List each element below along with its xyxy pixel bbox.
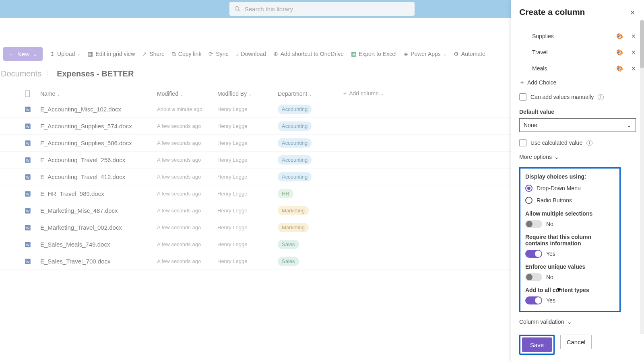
choice-label[interactable]: Supplies [519,33,616,39]
new-button[interactable]: ＋ New ⌄ [3,47,43,61]
modified-by-text[interactable]: Henry Legge [217,174,278,180]
edit-grid-button[interactable]: ▦Edit in grid view [88,51,135,57]
choice-row: Travel 🎨 ✕ [519,44,636,60]
choice-row: Supplies 🎨 ✕ [519,28,636,44]
palette-icon[interactable]: 🎨 [616,49,623,56]
excel-label: Export to Excel [359,51,396,57]
upload-label: Upload [57,51,75,57]
default-value-dropdown[interactable]: None ⌄ [519,118,636,132]
sync-button[interactable]: ⟳Sync [208,51,228,57]
word-doc-icon: W [24,241,31,248]
choice-label[interactable]: Travel [519,49,616,56]
file-name[interactable]: E_Accounting_Supplies_586.docx [40,140,157,146]
file-type-header-icon [24,90,31,97]
upload-button[interactable]: ↥Upload⌄ [50,51,80,57]
modified-by-text[interactable]: Henry Legge [217,208,278,214]
breadcrumb-current: Expenses - BETTER [57,69,134,78]
palette-icon[interactable]: 🎨 [616,33,623,39]
remove-choice-icon[interactable]: ✕ [631,65,636,72]
modified-text: A few seconds ago [157,258,217,264]
modified-text: A few seconds ago [157,157,217,163]
file-name[interactable]: E_Marketing_Misc_487.docx [40,207,157,214]
manual-values-checkbox-row[interactable]: Can add values manually i [519,93,636,101]
calculated-value-checkbox-row[interactable]: Use calculated value i [519,139,636,146]
info-icon[interactable]: i [586,140,592,146]
file-name[interactable]: E_Accounting_Misc_102.docx [40,106,157,113]
svg-text:W: W [26,175,30,179]
dropdown-radio-option[interactable]: Drop-Down Menu [525,185,615,192]
modified-by-text[interactable]: Henry Legge [217,258,278,264]
palette-icon[interactable]: 🎨 [616,65,623,72]
modified-text: A few seconds ago [157,208,217,214]
modified-by-text[interactable]: Henry Legge [217,123,278,129]
svg-text:W: W [26,243,30,247]
modified-by-text[interactable]: Henry Legge [217,191,278,197]
file-name[interactable]: E_Sales_Travel_700.docx [40,258,157,265]
file-name[interactable]: E_Sales_Meals_749.docx [40,241,157,248]
radio-buttons-option[interactable]: Radio Buttons [525,197,615,204]
file-name[interactable]: E_HR_Travel_989.docx [40,190,157,197]
share-icon: ↗ [142,51,147,57]
require-toggle[interactable] [525,250,542,258]
scrollbar-track[interactable] [640,20,644,334]
column-name-header[interactable]: Name⌄ [40,90,157,97]
modified-by-text[interactable]: Henry Legge [217,106,278,112]
column-modified-by-header[interactable]: Modified By⌄ [217,90,278,97]
column-validation-toggle[interactable]: Column validation ⌄ [519,319,636,325]
allow-multi-toggle[interactable] [525,220,542,228]
radio-unselected-icon[interactable] [525,197,533,204]
breadcrumb-root[interactable]: Documents [1,69,41,78]
chevron-down-icon: ⌄ [248,92,252,97]
svg-text:W: W [26,107,30,111]
file-name[interactable]: E_Accounting_Supplies_574.docx [40,123,157,130]
add-types-toggle[interactable] [525,296,542,304]
column-modified-header[interactable]: Modified⌄ [157,90,217,97]
power-apps-button[interactable]: ◈Power Apps⌄ [404,51,446,57]
cancel-button[interactable]: Cancel [560,335,592,349]
modified-by-text[interactable]: Henry Legge [217,157,278,163]
modified-by-text[interactable]: Henry Legge [217,224,278,230]
svg-text:W: W [26,124,30,128]
close-icon[interactable]: ✕ [630,9,635,16]
info-icon[interactable]: i [598,94,604,100]
sync-icon: ⟳ [208,51,213,57]
onedrive-shortcut-button[interactable]: ⊕Add shortcut to OneDrive [273,51,344,57]
save-button[interactable]: Save [522,337,552,352]
automate-button[interactable]: ⚙Automate [454,51,485,57]
file-name[interactable]: E_Accounting_Travel_412.docx [40,173,157,180]
unique-toggle[interactable] [525,273,542,281]
modified-text: A few seconds ago [157,224,217,230]
checkbox-icon[interactable] [519,139,526,146]
automate-label: Automate [461,51,485,57]
file-name[interactable]: E_Marketing_Travel_002.docx [40,224,157,231]
power-apps-label: Power Apps [411,51,441,57]
copy-link-button[interactable]: ⧉Copy link [172,51,202,58]
add-choice-label: Add Choice [527,79,556,86]
shortcut-icon: ⊕ [273,51,278,57]
more-options-toggle[interactable]: More options ⌄ [519,154,636,160]
export-excel-button[interactable]: ▦Export to Excel [351,51,396,57]
add-column-button[interactable]: ＋ Add column⌄ [342,90,398,97]
edit-grid-label: Edit in grid view [95,51,135,57]
radio-buttons-label: Radio Buttons [537,197,572,204]
scrollbar-thumb[interactable] [640,20,644,68]
allow-multi-label: Allow multiple selections [525,210,615,217]
add-choice-button[interactable]: ＋ Add Choice [519,79,636,86]
share-button[interactable]: ↗Share [142,51,164,57]
add-types-label: Add to all content types [525,287,615,293]
modified-text: A few seconds ago [157,140,217,146]
remove-choice-icon[interactable]: ✕ [631,49,636,56]
checkbox-icon[interactable] [519,93,526,101]
panel-footer: Save Cancel [519,327,636,355]
choice-label[interactable]: Meals [519,65,616,72]
radio-selected-icon[interactable] [525,185,533,192]
modified-by-text[interactable]: Henry Legge [217,140,278,146]
column-department-header[interactable]: Department⌄ [278,90,342,97]
remove-choice-icon[interactable]: ✕ [631,33,636,39]
search-input[interactable] [245,6,410,12]
automate-icon: ⚙ [454,51,459,57]
modified-by-text[interactable]: Henry Legge [217,241,278,247]
download-button[interactable]: ↓Download [236,51,266,57]
search-box[interactable] [229,2,415,16]
file-name[interactable]: E_Accounting_Travel_256.docx [40,156,157,163]
